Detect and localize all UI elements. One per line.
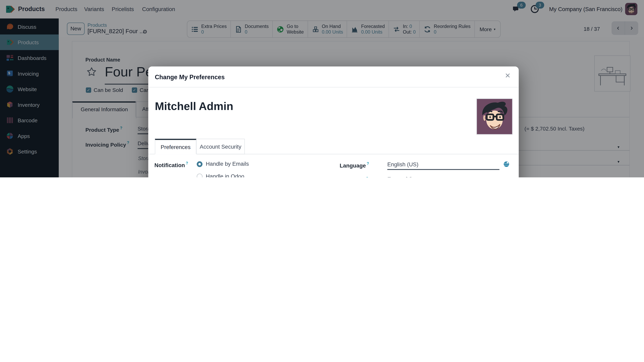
- preferences-dialog: Change My Preferences ✕ Mitchell Admin P…: [148, 66, 519, 177]
- tab-account-security[interactable]: Account Security: [196, 139, 245, 154]
- language-underline: [387, 169, 499, 170]
- radio-handle-in-odoo[interactable]: [197, 174, 203, 177]
- dialog-title: Change My Preferences: [155, 73, 224, 80]
- user-name-heading: Mitchell Admin: [155, 100, 233, 113]
- help-question-mark[interactable]: ?: [186, 161, 188, 165]
- language-label: Language?: [340, 161, 369, 169]
- radio-handle-in-odoo-label[interactable]: Handle in Odoo: [206, 173, 244, 177]
- radio-handle-by-emails-label[interactable]: Handle by Emails: [206, 161, 249, 167]
- screen: Products Products Variants Pricelists Co…: [0, 0, 644, 177]
- timezone-select[interactable]: Europe/Vienna: [387, 176, 424, 177]
- radio-handle-by-emails[interactable]: [197, 161, 203, 167]
- dialog-header-divider: [148, 87, 519, 87]
- notification-label: Notification?: [154, 161, 188, 168]
- tab-preferences[interactable]: Preferences: [155, 139, 196, 154]
- translate-globe-icon[interactable]: [503, 161, 510, 168]
- field-label-text: Notification: [154, 162, 185, 168]
- language-input[interactable]: English (US): [387, 161, 418, 168]
- user-avatar-large[interactable]: [476, 98, 512, 135]
- timezone-label: Timezone?: [340, 176, 368, 177]
- close-icon[interactable]: ✕: [505, 71, 510, 80]
- field-label-text: Language: [340, 162, 366, 169]
- help-question-mark[interactable]: ?: [367, 161, 369, 166]
- help-question-mark[interactable]: ?: [366, 176, 368, 177]
